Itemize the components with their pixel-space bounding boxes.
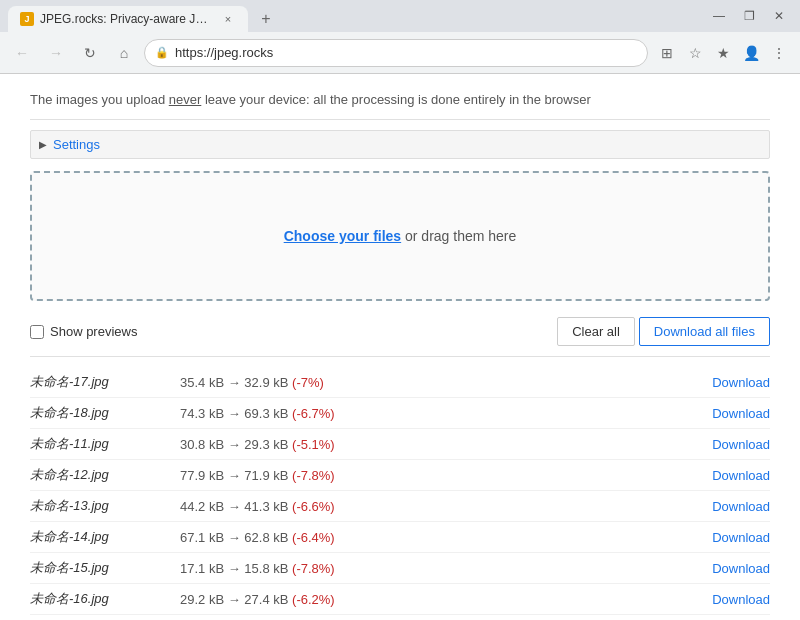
file-size-original: 74.3 kB [180,406,224,421]
file-reduction: (-7.8%) [292,468,335,483]
url-text: https://jpeg.rocks [175,45,637,60]
arrow-icon: → [228,530,245,545]
address-bar-input[interactable]: 🔒 https://jpeg.rocks [144,39,648,67]
save-button[interactable]: ★ [710,40,736,66]
tab-favicon: J [20,12,34,26]
drop-zone-suffix: or drag them here [401,228,516,244]
file-name: 未命名-12.jpg [30,466,180,484]
download-link[interactable]: Download [690,406,770,421]
download-link[interactable]: Download [690,592,770,607]
table-row: 未命名-12.jpg 77.9 kB → 71.9 kB (-7.8%) Dow… [30,460,770,491]
file-stats: 44.2 kB → 41.3 kB (-6.6%) [180,499,690,514]
choose-files-link[interactable]: Choose your files [284,228,401,244]
file-size-original: 35.4 kB [180,375,224,390]
browser-frame: J JPEG.rocks: Privacy-aware JPEG… × + — … [0,0,800,620]
file-size-new: 71.9 kB [244,468,288,483]
table-row: 未命名-16.jpg 29.2 kB → 27.4 kB (-6.2%) Dow… [30,584,770,615]
file-size-new: 15.8 kB [244,561,288,576]
download-link[interactable]: Download [690,561,770,576]
file-stats: 77.9 kB → 71.9 kB (-7.8%) [180,468,690,483]
file-reduction: (-6.6%) [292,499,335,514]
file-size-original: 77.9 kB [180,468,224,483]
back-button[interactable]: ← [8,39,36,67]
file-stats: 30.8 kB → 29.3 kB (-5.1%) [180,437,690,452]
home-button[interactable]: ⌂ [110,39,138,67]
privacy-notice: The images you upload never leave your d… [30,84,770,120]
tab-title: JPEG.rocks: Privacy-aware JPEG… [40,12,214,26]
file-name: 未命名-13.jpg [30,497,180,515]
tab-close-button[interactable]: × [220,11,236,27]
file-reduction: (-6.4%) [292,530,335,545]
download-link[interactable]: Download [690,468,770,483]
file-name: 未命名-17.jpg [30,373,180,391]
bookmark-button[interactable]: ☆ [682,40,708,66]
file-stats: 67.1 kB → 62.8 kB (-6.4%) [180,530,690,545]
file-name: 未命名-18.jpg [30,404,180,422]
arrow-icon: → [228,375,245,390]
page-content: The images you upload never leave your d… [0,74,800,620]
file-size-original: 30.8 kB [180,437,224,452]
table-row: 未命名-18.jpg 74.3 kB → 69.3 kB (-6.7%) Dow… [30,398,770,429]
address-actions: ⊞ ☆ ★ 👤 ⋮ [654,40,792,66]
profile-button[interactable]: 👤 [738,40,764,66]
file-stats: 17.1 kB → 15.8 kB (-7.8%) [180,561,690,576]
title-bar: J JPEG.rocks: Privacy-aware JPEG… × + — … [0,0,800,32]
active-tab[interactable]: J JPEG.rocks: Privacy-aware JPEG… × [8,6,248,32]
arrow-icon: → [228,437,245,452]
controls-row: Show previews Clear all Download all fil… [30,317,770,357]
forward-button[interactable]: → [42,39,70,67]
download-link[interactable]: Download [690,530,770,545]
clear-all-button[interactable]: Clear all [557,317,635,346]
file-size-new: 62.8 kB [244,530,288,545]
download-link[interactable]: Download [690,375,770,390]
arrow-icon: → [228,406,245,421]
download-link[interactable]: Download [690,437,770,452]
drop-zone[interactable]: Choose your files or drag them here [30,171,770,301]
reload-button[interactable]: ↻ [76,39,104,67]
menu-button[interactable]: ⋮ [766,40,792,66]
show-previews-label[interactable]: Show previews [30,324,557,339]
address-bar: ← → ↻ ⌂ 🔒 https://jpeg.rocks ⊞ ☆ ★ 👤 ⋮ [0,32,800,74]
arrow-icon: → [228,468,245,483]
file-name: 未命名-11.jpg [30,435,180,453]
table-row: 未命名-11.jpg 30.8 kB → 29.3 kB (-5.1%) Dow… [30,429,770,460]
download-all-button[interactable]: Download all files [639,317,770,346]
window-controls: — ❐ ✕ [706,0,800,32]
tab-strip: J JPEG.rocks: Privacy-aware JPEG… × + [0,0,706,32]
file-size-new: 29.3 kB [244,437,288,452]
minimize-button[interactable]: — [706,3,732,29]
file-reduction: (-7.8%) [292,561,335,576]
arrow-icon: → [228,561,245,576]
settings-bar[interactable]: ▶ Settings [30,130,770,159]
file-list: 未命名-17.jpg 35.4 kB → 32.9 kB (-7%) Downl… [30,367,770,615]
file-size-new: 27.4 kB [244,592,288,607]
never-text: never [169,92,202,107]
file-size-original: 29.2 kB [180,592,224,607]
file-reduction: (-6.2%) [292,592,335,607]
file-size-new: 32.9 kB [244,375,288,390]
file-size-new: 41.3 kB [244,499,288,514]
table-row: 未命名-14.jpg 67.1 kB → 62.8 kB (-6.4%) Dow… [30,522,770,553]
settings-label: Settings [53,137,100,152]
file-size-original: 17.1 kB [180,561,224,576]
drop-zone-text: Choose your files or drag them here [284,228,517,244]
close-button[interactable]: ✕ [766,3,792,29]
arrow-icon: → [228,592,245,607]
file-name: 未命名-16.jpg [30,590,180,608]
maximize-button[interactable]: ❐ [736,3,762,29]
settings-arrow-icon: ▶ [39,139,47,150]
file-size-original: 44.2 kB [180,499,224,514]
file-size-original: 67.1 kB [180,530,224,545]
file-stats: 35.4 kB → 32.9 kB (-7%) [180,375,690,390]
new-tab-button[interactable]: + [252,6,280,32]
download-link[interactable]: Download [690,499,770,514]
show-previews-checkbox[interactable] [30,325,44,339]
file-stats: 74.3 kB → 69.3 kB (-6.7%) [180,406,690,421]
file-size-new: 69.3 kB [244,406,288,421]
file-reduction: (-6.7%) [292,406,335,421]
arrow-icon: → [228,499,245,514]
file-reduction: (-7%) [292,375,324,390]
extensions-button[interactable]: ⊞ [654,40,680,66]
file-reduction: (-5.1%) [292,437,335,452]
table-row: 未命名-17.jpg 35.4 kB → 32.9 kB (-7%) Downl… [30,367,770,398]
